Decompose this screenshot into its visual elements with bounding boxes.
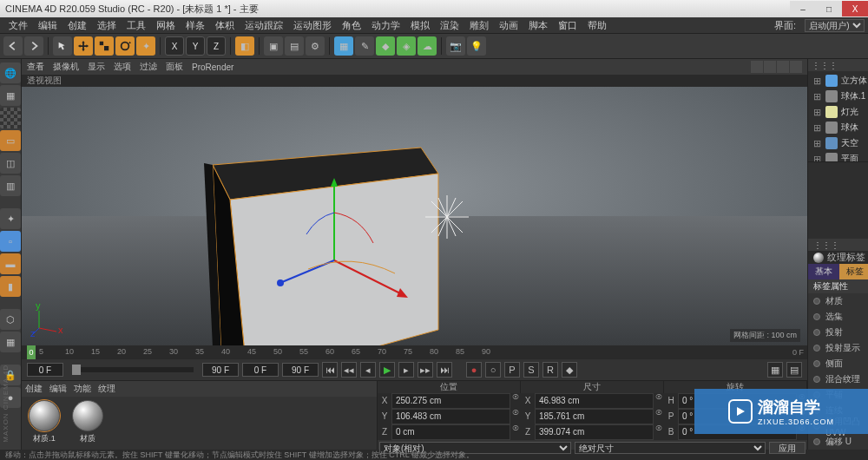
next-frame-button[interactable]: ▸ xyxy=(398,362,414,378)
poly-mode-icon[interactable]: ▥ xyxy=(0,175,21,196)
object-manager[interactable]: ⊞立方体⊞球体.1⊞灯光⊞球体⊞天空⊞平面 xyxy=(808,71,868,161)
time-start-field[interactable] xyxy=(27,363,63,377)
menu-item[interactable]: 运动图形 xyxy=(288,19,337,32)
object-row[interactable]: ⊞平面 xyxy=(808,151,868,161)
coord-size-input[interactable] xyxy=(535,409,654,424)
coord-pos-input[interactable] xyxy=(391,409,510,424)
time-slider[interactable] xyxy=(72,367,194,372)
coord-sys-button[interactable]: ◧ xyxy=(235,36,254,56)
object-name[interactable]: 立方体 xyxy=(841,75,868,87)
scale-tool[interactable] xyxy=(95,36,114,56)
timeline-ruler[interactable]: 0 0 F 5101520253035404550556065707580859… xyxy=(22,345,807,359)
expand-icon[interactable]: ⊞ xyxy=(813,138,822,149)
spinner-icon[interactable]: ⦿ xyxy=(654,409,664,424)
autokey-button[interactable]: ○ xyxy=(485,362,501,378)
object-name[interactable]: 球体.1 xyxy=(841,90,868,102)
menu-item[interactable]: 帮助 xyxy=(582,19,612,32)
view-menu[interactable]: 查看 xyxy=(27,61,44,73)
menu-item[interactable]: 窗口 xyxy=(553,19,582,32)
enable-snap-icon[interactable]: ⬡ xyxy=(0,309,21,330)
z-axis-lock[interactable]: Z xyxy=(207,36,226,56)
material-item[interactable]: 材质.1 xyxy=(25,400,63,446)
goto-end-button[interactable]: ⏭ xyxy=(437,362,452,378)
view-menu[interactable]: ProRender xyxy=(192,62,233,72)
edge-mode-icon[interactable]: ◫ xyxy=(0,153,21,174)
primitive-cube-button[interactable]: ▦ xyxy=(334,36,353,56)
render-settings-button[interactable]: ⚙ xyxy=(306,36,325,56)
segment-mode-icon[interactable]: ▬ xyxy=(0,253,21,274)
render-view-button[interactable]: ▣ xyxy=(264,36,283,56)
coord-pos-input[interactable] xyxy=(391,424,510,440)
axis-mode-icon[interactable]: ✦ xyxy=(0,208,21,229)
mat-tab[interactable]: 创建 xyxy=(25,383,43,395)
menu-item[interactable]: 运动跟踪 xyxy=(240,19,288,32)
view-menu[interactable]: 摄像机 xyxy=(53,61,79,73)
layout-select[interactable]: 启动(用户) xyxy=(805,19,865,32)
object-mode-icon[interactable]: ▦ xyxy=(0,85,21,106)
mat-tab[interactable]: 编辑 xyxy=(49,383,67,395)
object-name[interactable]: 灯光 xyxy=(841,106,868,118)
menu-item[interactable]: 网格 xyxy=(151,19,181,32)
record-button[interactable]: ● xyxy=(466,362,482,378)
menu-item[interactable]: 编辑 xyxy=(33,19,62,32)
time-range-end[interactable] xyxy=(282,363,319,377)
next-key-button[interactable]: ▸▸ xyxy=(418,362,433,378)
texture-mode-icon[interactable] xyxy=(0,108,21,128)
expand-icon[interactable]: ⊞ xyxy=(813,76,822,87)
window-close-button[interactable]: X xyxy=(842,1,868,16)
view-nav-icon[interactable] xyxy=(751,61,763,73)
object-name[interactable]: 球体 xyxy=(841,122,868,134)
light-button[interactable]: 💡 xyxy=(467,36,486,56)
object-name[interactable]: 平面 xyxy=(841,153,868,161)
key-pos-icon[interactable]: P xyxy=(504,362,520,378)
redo-button[interactable] xyxy=(24,36,43,56)
view-nav-icon[interactable] xyxy=(764,61,776,73)
coord-size-input[interactable] xyxy=(535,424,654,440)
menu-item[interactable]: 雕刻 xyxy=(464,19,494,32)
ruler-playhead[interactable]: 0 xyxy=(27,345,36,359)
spline-pen-button[interactable]: ✎ xyxy=(355,36,374,56)
key-param-icon[interactable]: ◆ xyxy=(562,362,577,378)
timeline-layout-icon[interactable]: ▤ xyxy=(786,362,802,378)
deformer-button[interactable]: ◈ xyxy=(397,36,416,56)
recent-tool[interactable]: ✦ xyxy=(136,36,155,56)
menu-item[interactable]: 角色 xyxy=(337,19,366,32)
object-row[interactable]: ⊞灯光 xyxy=(808,104,868,120)
render-region-button[interactable]: ▤ xyxy=(285,36,304,56)
attr-tab[interactable]: 基本 xyxy=(808,264,839,279)
workplane-snap-icon[interactable]: ▦ xyxy=(0,332,21,352)
expand-icon[interactable]: ⊞ xyxy=(813,154,822,162)
apply-button[interactable]: 应用 xyxy=(769,442,806,454)
prev-key-button[interactable]: ◂◂ xyxy=(341,362,357,378)
prev-frame-button[interactable]: ◂ xyxy=(360,362,376,378)
expand-icon[interactable]: ⊞ xyxy=(813,122,822,134)
menu-item[interactable]: 选择 xyxy=(92,19,122,32)
spinner-icon[interactable]: ⦿ xyxy=(654,393,664,409)
view-menu[interactable]: 选项 xyxy=(114,61,131,73)
spinner-icon[interactable]: ⦿ xyxy=(510,409,521,424)
generator-button[interactable]: ◆ xyxy=(376,36,395,56)
environment-button[interactable]: ☁ xyxy=(418,36,437,56)
expand-icon[interactable]: ⊞ xyxy=(813,107,822,118)
coord-size-input[interactable] xyxy=(535,393,654,409)
key-scale-icon[interactable]: S xyxy=(523,362,539,378)
spinner-icon[interactable]: ⦿ xyxy=(510,393,521,409)
mat-tab[interactable]: 功能 xyxy=(74,383,91,395)
goto-start-button[interactable]: ⏮ xyxy=(322,362,338,378)
window-maximize-button[interactable]: □ xyxy=(816,1,842,16)
menu-item[interactable]: 创建 xyxy=(62,19,92,32)
object-row[interactable]: ⊞球体.1 xyxy=(808,89,868,104)
menu-item[interactable]: 样条 xyxy=(181,19,210,32)
menu-item[interactable]: 脚本 xyxy=(523,19,553,32)
coord-pos-input[interactable] xyxy=(391,393,510,409)
time-end-field[interactable] xyxy=(202,363,239,377)
menu-item[interactable]: 体积 xyxy=(210,19,240,32)
select-tool[interactable] xyxy=(53,36,72,56)
spinner-icon[interactable]: ⦿ xyxy=(510,424,521,440)
play-button[interactable]: ▶ xyxy=(379,362,395,378)
object-name[interactable]: 天空 xyxy=(841,137,868,149)
menu-item[interactable]: 动力学 xyxy=(366,19,405,32)
x-axis-lock[interactable]: X xyxy=(165,36,184,56)
viewport[interactable]: y x z 网格间距 : 100 cm xyxy=(22,87,807,345)
move-tool[interactable] xyxy=(74,36,93,56)
